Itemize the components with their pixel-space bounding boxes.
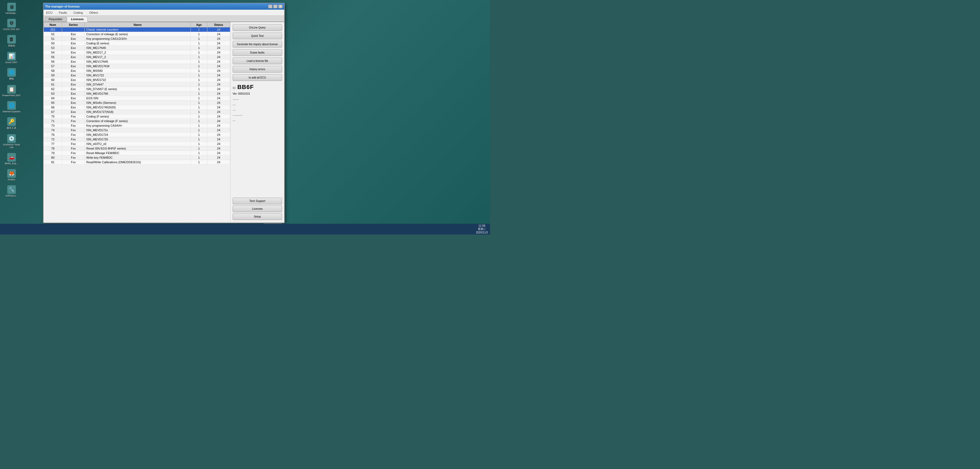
- table-row[interactable]: 50 Exx Coding (E series) 1 24: [44, 41, 230, 46]
- app-window: The manager of licenses _ □ ✕ ECU Faults…: [43, 3, 285, 223]
- table-row[interactable]: 76 Fxx ISN_MEVD1724 1 24: [44, 132, 230, 137]
- icon-image: 💿: [7, 134, 16, 143]
- cell-status: 24: [207, 32, 230, 37]
- table-row[interactable]: 74 Fxx ISN_MEVD172x 1 24: [44, 128, 230, 132]
- setup-button[interactable]: Setup: [233, 213, 282, 220]
- cell-name: ISN_ME17N45: [84, 46, 191, 50]
- table-row[interactable]: 52 Exx Correction of mileage (E series) …: [44, 32, 230, 37]
- dash-4: ----------: [233, 113, 282, 118]
- maximize-button[interactable]: □: [273, 5, 277, 8]
- desktop-icon[interactable]: ⚙ VCDS ZHS 26+: [2, 19, 21, 31]
- cell-name: Key programming CAS4/4+: [84, 123, 191, 128]
- table-row[interactable]: 59 Exx ISN_MV1722 1 24: [44, 73, 230, 78]
- icon-label: 回收站: [8, 44, 15, 48]
- table-row[interactable]: 252 Check: internet counters 1 24: [44, 27, 230, 32]
- desktop-icon[interactable]: 📋 PowerPoint 2007: [2, 85, 21, 97]
- icon-label: Internet Explorer: [3, 110, 21, 113]
- desktop-icon[interactable]: 🚗 BMW_Exp...: [2, 153, 21, 165]
- ver-value: 00010101: [238, 92, 250, 95]
- table-row[interactable]: 54 Exx ISN_MED17_2 1 24: [44, 50, 230, 55]
- table-row[interactable]: 67 Exx ISN_MVD1727(N18) 1 24: [44, 110, 230, 114]
- cell-series: Fxx: [62, 128, 84, 132]
- quick-test-button[interactable]: Quick Test: [233, 32, 282, 39]
- window-titlebar: The manager of licenses _ □ ✕: [43, 3, 284, 10]
- table-row[interactable]: 77 Fxx ISN_x63TU_x0 1 24: [44, 142, 230, 146]
- menu-others[interactable]: Others: [88, 11, 100, 15]
- table-row[interactable]: 51 Exx Key programming CAS1/2/3/3+ 1 24: [44, 37, 230, 41]
- cell-status: 24: [207, 146, 230, 151]
- table-row[interactable]: 71 Fxx Correction of mileage (F series) …: [44, 119, 230, 123]
- desktop-icon[interactable]: 💿 DAEMON Tools Lite: [2, 134, 21, 149]
- license-table-area[interactable]: Num Series Name Age Status 252 Check: in…: [43, 22, 231, 222]
- table-row[interactable]: 60 Exx ISN_MVD1722 1 24: [44, 78, 230, 82]
- table-row[interactable]: 64 Exx EGS ISN 1 24: [44, 96, 230, 100]
- add-ecu-button[interactable]: to add all ECU: [233, 74, 282, 81]
- tab-requisites[interactable]: Requisites: [45, 16, 66, 22]
- erase-faults-button[interactable]: Erase faults: [233, 49, 282, 56]
- minimize-button[interactable]: _: [268, 5, 272, 8]
- cell-series: Exx: [62, 91, 84, 96]
- cell-num: 79: [44, 151, 62, 155]
- table-row[interactable]: 61 Exx ISN_D7xN47 1 24: [44, 82, 230, 87]
- desktop-icon[interactable]: 🗑 回收站: [2, 35, 21, 48]
- icon-label: DAEMON Tools Lite: [2, 144, 21, 149]
- menu-coding[interactable]: Coding: [72, 11, 84, 15]
- table-row[interactable]: 53 Exx ISN_ME17N45 1 24: [44, 46, 230, 50]
- desktop-icon[interactable]: 📊 Excel 2007: [2, 52, 21, 64]
- table-row[interactable]: 73 Fxx Key programming CAS4/4+ 1 24: [44, 123, 230, 128]
- cell-name: Write key FEM/BDC: [84, 155, 191, 160]
- desktop-icon[interactable]: 🌐 网络: [2, 68, 21, 81]
- cell-status: 24: [207, 91, 230, 96]
- close-button[interactable]: ✕: [278, 5, 283, 8]
- cell-name: Correction of mileage (F series): [84, 119, 191, 123]
- desktop-icon[interactable]: 🖥 HimiData...: [2, 3, 21, 14]
- table-row[interactable]: 65 Exx ISN_MSx8x (Siemens) 1 24: [44, 100, 230, 105]
- table-row[interactable]: 80 Fxx Write key FEM/BDC 1 24: [44, 155, 230, 160]
- window-controls[interactable]: _ □ ✕: [268, 5, 283, 8]
- table-row[interactable]: 56 Exx ISN_MEV17N46 1 24: [44, 59, 230, 64]
- cell-status: 24: [207, 155, 230, 160]
- cell-name: ISN_D7xN47: [84, 82, 191, 87]
- tabs-bar: Requisites Licenses: [43, 16, 284, 22]
- cell-name: Coding (E series): [84, 41, 191, 46]
- cell-series: Exx: [62, 96, 84, 100]
- id-label: ID:: [233, 86, 236, 89]
- table-row[interactable]: 57 Exx ISN_MEVD17KW 1 24: [44, 64, 230, 69]
- tab-licenses[interactable]: Licenses: [67, 16, 88, 22]
- history-errors-button[interactable]: history errors: [233, 66, 282, 73]
- menu-ecu[interactable]: ECU: [45, 11, 54, 15]
- cell-status: 24: [207, 41, 230, 46]
- online-query-button[interactable]: OnLine Query: [233, 24, 282, 31]
- desktop-icon[interactable]: 🔑 激活工具: [2, 117, 21, 130]
- load-license-button[interactable]: Load a license file: [233, 57, 282, 64]
- cell-status: 24: [207, 55, 230, 59]
- tech-support-button[interactable]: Tech Support: [233, 198, 282, 204]
- icon-image: 🚗: [7, 153, 16, 162]
- desktop-icon[interactable]: 🔧 VIIPlusLo...: [2, 185, 21, 197]
- menu-faults[interactable]: Faults: [57, 11, 68, 15]
- cell-name: Reset ISN EGS 8HP(F series): [84, 146, 191, 151]
- cell-status: 24: [207, 87, 230, 91]
- icon-image: 🌐: [7, 101, 16, 110]
- generate-inquiry-button[interactable]: Generate the inquiry about license: [233, 41, 282, 48]
- cell-age: 1: [191, 110, 207, 114]
- table-row[interactable]: 75 Fxx Coding (F series) 1 24: [44, 114, 230, 119]
- table-row[interactable]: 55 Exx ISN_MEV17_2 1 24: [44, 55, 230, 59]
- table-row[interactable]: 81 Fxx Read/Write Calibrations (DME/DDE/…: [44, 160, 230, 164]
- cell-series: Fxx: [62, 132, 84, 137]
- table-row[interactable]: 66 Exx ISN_MEVD174K(N20) 1 24: [44, 105, 230, 110]
- table-row[interactable]: 63 Exx ISN_MEVD176K 1 24: [44, 91, 230, 96]
- cell-age: 1: [191, 46, 207, 50]
- desktop-icon[interactable]: 🌐 Internet Explorer: [2, 101, 21, 113]
- cell-status: 24: [207, 114, 230, 119]
- table-row[interactable]: 79 Fxx Reset Mileage FEM/BDC 1 24: [44, 151, 230, 155]
- table-row[interactable]: 62 Exx ISN_D7xN57 (E series) 1 24: [44, 87, 230, 91]
- table-row[interactable]: 72 Fxx ISN_MEVD1725 1 24: [44, 137, 230, 142]
- table-row[interactable]: 78 Fxx Reset ISN EGS 8HP(F series) 1 24: [44, 146, 230, 151]
- id-value: BB6F: [237, 84, 254, 90]
- desktop-icon[interactable]: 🦊 Firefox: [2, 169, 21, 181]
- cell-age: 1: [191, 55, 207, 59]
- table-row[interactable]: 58 Exx ISN_MSS60 1 24: [44, 69, 230, 73]
- icon-image: ⚙: [7, 19, 16, 27]
- licenses-button[interactable]: Licenses: [233, 206, 282, 212]
